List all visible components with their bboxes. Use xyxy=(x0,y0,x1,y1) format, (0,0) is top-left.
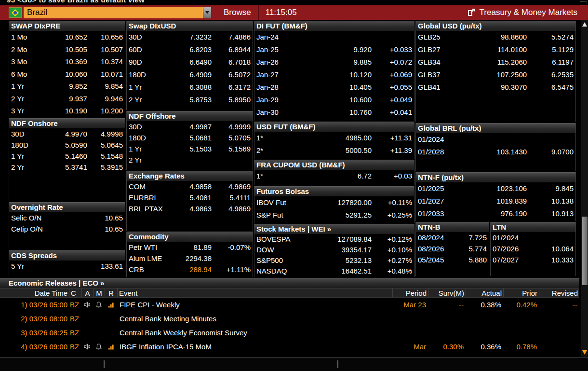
quote-row[interactable]: 1 Yr6.30886.3172 xyxy=(129,81,251,94)
scroll-up-icon[interactable] xyxy=(582,22,587,27)
quote-row[interactable]: GLB34115.20606.1197 xyxy=(418,56,574,69)
quote-row[interactable]: 07/202610.064 xyxy=(493,243,574,254)
quote-row[interactable]: S&P Fut5291.25+0.25% xyxy=(256,209,412,221)
quote-cell: 2 Yr xyxy=(11,162,48,173)
quote-cell: NASDAQ xyxy=(256,266,300,276)
export-icon[interactable] xyxy=(467,8,476,17)
quote-cell: 6.8944 xyxy=(212,43,251,56)
quote-cell: 1* xyxy=(256,132,300,144)
quote-cell: 1019.839 xyxy=(461,195,527,207)
quote-row[interactable]: 2 Mo10.50510.507 xyxy=(11,43,123,56)
quote-row[interactable]: Jan-2710.120+0.069 xyxy=(256,69,412,81)
quote-row[interactable]: 1 Mo10.65210.656 xyxy=(11,31,123,43)
security-input[interactable]: Brazil xyxy=(24,7,203,18)
panel-body: GLB2598.86005.5274GLB27114.01005.1129GLB… xyxy=(416,31,575,94)
quote-cell: 288.94 xyxy=(169,264,212,275)
quote-row[interactable]: 30D4.99874.9999 xyxy=(129,121,251,132)
scrollbar-thumb[interactable] xyxy=(582,217,588,285)
quote-row[interactable]: GLB2598.86005.5274 xyxy=(418,31,574,43)
eco-revised xyxy=(539,340,579,354)
quote-cell: Jan-30 xyxy=(256,106,300,119)
quote-row[interactable]: 01/20251023.1069.845 xyxy=(418,182,574,195)
quote-cell: 5.8950 xyxy=(212,94,251,106)
eco-audio-cell xyxy=(81,312,93,326)
quote-cell: 39354.17 xyxy=(300,245,372,255)
quote-row[interactable]: 08/20265.774 xyxy=(418,243,487,254)
quote-row[interactable]: 6 Mo10.06010.071 xyxy=(11,68,123,81)
quote-row[interactable]: 60D6.82036.8944 xyxy=(129,43,251,56)
window-icon[interactable] xyxy=(580,1,587,5)
quote-row[interactable]: 01/2033976.19010.913 xyxy=(418,207,574,220)
quote-cell: 9.885 xyxy=(300,56,372,69)
eco-release-row[interactable]: 2) 03/26 08:00BZCentral Bank Meeting Min… xyxy=(0,312,579,326)
quote-row[interactable]: 08/20247.725 xyxy=(418,232,487,243)
quote-row[interactable]: 30D4.99704.9998 xyxy=(11,128,123,139)
quote-row[interactable]: 5 Yr133.61 xyxy=(11,261,123,272)
quote-row[interactable]: 1*4985.00+11.31 xyxy=(256,132,412,144)
quote-row[interactable]: Jan-259.920+0.033 xyxy=(256,43,412,56)
quote-row[interactable]: EURBRL5.40815.4111 xyxy=(129,192,251,203)
quote-row[interactable]: 01/2024 xyxy=(493,232,574,243)
eco-release-row[interactable]: 3) 03/26 08:25BZCentral Bank Weekly Econ… xyxy=(0,326,579,340)
quote-row[interactable]: 2*5000.50+11.39 xyxy=(256,144,412,157)
quote-row[interactable]: 3 Mo10.36910.374 xyxy=(11,55,123,68)
nav-title-treasury-money-markets[interactable]: Treasury & Money Markets xyxy=(480,8,577,17)
quote-row[interactable]: 2 Yr xyxy=(129,154,251,165)
quote-row[interactable]: Selic O/N10.65 xyxy=(11,212,123,223)
quote-row[interactable]: 2 Yr9.9379.946 xyxy=(11,93,123,105)
quote-row[interactable]: 3 Yr10.19010.200 xyxy=(11,105,123,117)
quote-row[interactable]: GLB37107.25006.2535 xyxy=(418,69,574,81)
browse-button[interactable]: Browse xyxy=(217,5,259,20)
quote-row[interactable]: 1 Yr9.8529.854 xyxy=(11,80,123,93)
quote-row[interactable]: Jan-2910.600+0.049 xyxy=(256,94,412,106)
quote-cell: 4.9858 xyxy=(169,181,212,192)
quote-row[interactable]: S&P5005232.13+0.27% xyxy=(256,255,412,266)
economic-releases-title-eco-link[interactable]: Economic Releases | ECO » xyxy=(0,278,579,288)
quote-row[interactable]: 01/20271019.83910.138 xyxy=(418,195,574,207)
brazil-flag-icon[interactable] xyxy=(9,7,22,18)
quote-row[interactable]: Jan-24 xyxy=(256,31,412,43)
panel-title-stock-markets-wei-link[interactable]: Stock Markets | WEI » xyxy=(254,224,414,234)
quote-row[interactable]: 07/202710.333 xyxy=(493,254,574,265)
scroll-down-icon[interactable] xyxy=(582,350,587,355)
quote-row[interactable]: Jan-269.885+0.072 xyxy=(256,56,412,69)
panel-title: DI FUT (BM&F) xyxy=(254,21,414,31)
quote-row[interactable]: NASDAQ16462.51+0.48% xyxy=(256,266,412,276)
quote-row[interactable]: 1 Yr5.15035.1569 xyxy=(129,143,251,154)
quote-row[interactable]: 180D6.49096.5072 xyxy=(129,69,251,81)
quote-row[interactable]: BOVESPA127089.84+0.12% xyxy=(256,234,412,245)
quote-row[interactable]: 1 Yr5.14605.1548 xyxy=(11,151,123,162)
quote-cell xyxy=(527,133,574,146)
quote-row[interactable]: Jan-2810.405+0.055 xyxy=(256,81,412,94)
quote-row[interactable]: 180D5.06815.0705 xyxy=(129,132,251,143)
vertical-scrollbar[interactable] xyxy=(581,20,588,357)
quote-cell: S&P500 xyxy=(256,255,300,266)
quote-row[interactable]: COM4.98584.9869 xyxy=(129,181,251,192)
quote-cell: 133.61 xyxy=(73,261,123,272)
quote-row[interactable]: Petr WTI81.89-0.07% xyxy=(129,242,251,253)
eco-release-row[interactable]: 1) 03/26 05:00BZFIPE CPI - WeeklyMar 23-… xyxy=(0,298,579,312)
quote-row[interactable]: Alum LME2294.38 xyxy=(129,253,251,264)
quote-row[interactable]: 30D7.32327.4866 xyxy=(129,31,251,43)
quote-row[interactable]: IBOV Fut127820.00+0.11% xyxy=(256,196,412,209)
quote-cell: +11.39 xyxy=(372,144,412,157)
quote-row[interactable]: 01/2028103.14309.0700 xyxy=(418,146,574,158)
quote-row[interactable]: GLB4190.30706.5475 xyxy=(418,81,574,94)
security-dropdown-button[interactable] xyxy=(203,7,211,18)
eco-release-row[interactable]: 4) 03/26 09:00BZIBGE Inflation IPCA-15 M… xyxy=(0,340,579,354)
quote-row[interactable]: 2 Yr5.37415.3915 xyxy=(11,162,123,173)
quote-row[interactable]: GLB27114.01005.1129 xyxy=(418,43,574,56)
quote-row[interactable]: 180D5.05905.0645 xyxy=(11,139,123,151)
quote-row[interactable]: Jan-3010.760+0.041 xyxy=(256,106,412,119)
speaker-icon xyxy=(84,344,91,350)
quote-row[interactable]: CRB288.94+1.11% xyxy=(129,264,251,275)
quote-row[interactable]: DOW39354.17+0.10% xyxy=(256,245,412,255)
quote-row[interactable]: 05/20455.880 xyxy=(418,254,487,265)
quote-row[interactable]: 1*6.72+0.03 xyxy=(256,170,412,182)
quote-row[interactable]: 2 Yr5.87535.8950 xyxy=(129,94,251,106)
quote-cell: 10.405 xyxy=(300,81,372,94)
quote-row[interactable]: 01/2024 xyxy=(418,133,574,146)
quote-row[interactable]: 90D6.64906.7018 xyxy=(129,56,251,69)
quote-row[interactable]: BRL PTAX4.98634.9869 xyxy=(129,203,251,214)
quote-row[interactable]: Cetip O/N10.65 xyxy=(11,223,123,234)
